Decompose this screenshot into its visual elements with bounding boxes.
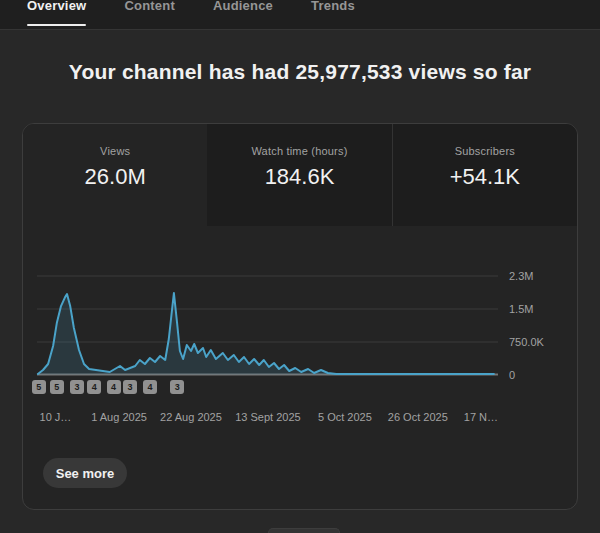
- metric-label: Views: [23, 145, 207, 157]
- metric-value: +54.1K: [393, 164, 577, 190]
- x-axis-label: 13 Sept 2025: [235, 411, 300, 423]
- metric-card-watch-time-hours[interactable]: Watch time (hours)184.6K: [207, 124, 391, 226]
- metric-label: Subscribers: [393, 145, 577, 157]
- next-card-peek: [268, 528, 340, 533]
- tab-label: Trends: [311, 0, 355, 13]
- y-axis-label: 750.0K: [509, 335, 544, 349]
- analytics-tab-bar: OverviewContentAudienceTrends: [0, 0, 600, 30]
- x-axis-label: 10 J…: [40, 411, 72, 423]
- videos-published-marker[interactable]: 5: [50, 380, 64, 394]
- x-axis-label: 22 Aug 2025: [160, 411, 222, 423]
- y-axis-label: 2.3M: [509, 269, 533, 283]
- metric-card-subscribers[interactable]: Subscribers+54.1K: [392, 124, 577, 226]
- tab-audience[interactable]: Audience: [213, 0, 273, 30]
- y-axis-label: 0: [509, 368, 515, 382]
- analytics-summary-card: Views26.0MWatch time (hours)184.6KSubscr…: [22, 123, 578, 510]
- videos-published-marker[interactable]: 4: [107, 380, 121, 394]
- see-more-button[interactable]: See more: [43, 458, 127, 488]
- analytics-page: OverviewContentAudienceTrends Your chann…: [0, 0, 600, 533]
- videos-published-marker[interactable]: 5: [32, 380, 46, 394]
- metric-label: Watch time (hours): [207, 145, 391, 157]
- tab-overview[interactable]: Overview: [27, 0, 86, 30]
- videos-published-marker[interactable]: 4: [143, 380, 157, 394]
- metric-value: 26.0M: [23, 164, 207, 190]
- y-axis-label: 1.5M: [509, 302, 533, 316]
- tab-trends[interactable]: Trends: [311, 0, 355, 30]
- videos-published-marker[interactable]: 3: [70, 380, 84, 394]
- metric-card-views[interactable]: Views26.0M: [23, 124, 207, 226]
- channel-views-headline: Your channel has had 25,977,533 views so…: [0, 30, 600, 93]
- tab-label: Content: [124, 0, 175, 13]
- metric-value: 184.6K: [207, 164, 391, 190]
- tab-label: Overview: [27, 0, 86, 13]
- metrics-row: Views26.0MWatch time (hours)184.6KSubscr…: [23, 124, 577, 226]
- tab-content[interactable]: Content: [124, 0, 175, 30]
- active-tab-underline: [27, 24, 86, 27]
- x-axis-label: 26 Oct 2025: [388, 411, 448, 423]
- videos-published-marker[interactable]: 3: [123, 380, 137, 394]
- videos-published-marker[interactable]: 3: [170, 380, 184, 394]
- tab-label: Audience: [213, 0, 273, 13]
- views-area-fill: [38, 293, 494, 374]
- views-line: [38, 293, 494, 374]
- videos-published-marker[interactable]: 4: [87, 380, 101, 394]
- x-axis-label: 17 N…: [464, 411, 498, 423]
- x-axis-label: 5 Oct 2025: [318, 411, 372, 423]
- x-axis-label: 1 Aug 2025: [91, 411, 147, 423]
